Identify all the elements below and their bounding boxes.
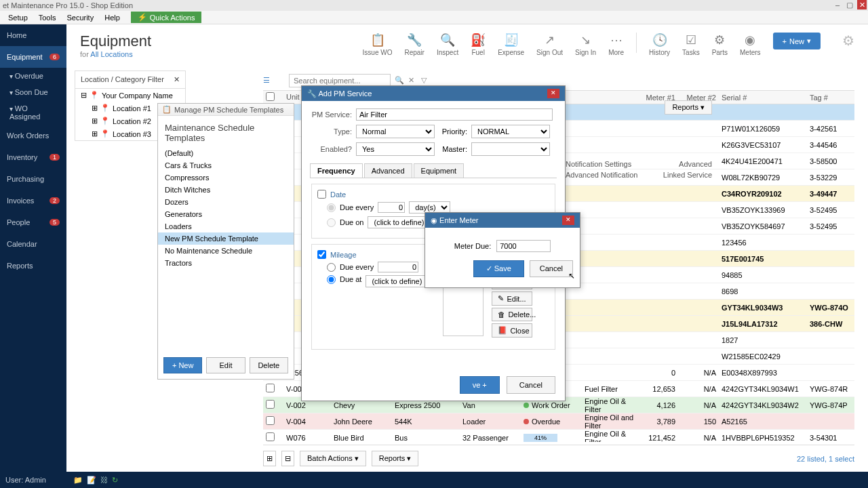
note-icon[interactable]: 📝 (87, 476, 96, 485)
repair-button[interactable]: 🔧Repair (404, 33, 424, 56)
template-item[interactable]: Generators (158, 208, 294, 220)
expand-icon[interactable]: ⊞ (263, 451, 276, 466)
due-every-input[interactable] (378, 202, 405, 213)
modal-close-button[interactable]: ✕ (547, 89, 559, 98)
folder-icon[interactable]: 📁 (73, 476, 83, 485)
template-item[interactable]: (Default) (158, 147, 294, 159)
mileage-every-input[interactable] (378, 262, 418, 272)
fuel-button[interactable]: ⛽Fuel (471, 33, 486, 56)
priority-select[interactable]: NORMAL (471, 125, 550, 138)
sidebar-people[interactable]: People5 (0, 211, 66, 233)
minimize-icon[interactable]: – (833, 0, 842, 9)
plus-icon: + (783, 37, 787, 45)
sidebar-work-orders[interactable]: Work Orders (0, 125, 66, 146)
signin-button[interactable]: ↘Sign In (575, 33, 596, 56)
template-item[interactable]: Compressors (158, 171, 294, 184)
meter-due-input[interactable] (496, 240, 551, 252)
templates-panel: 📋Manage PM Schedule Templates Maintenanc… (157, 103, 294, 380)
menu-tools[interactable]: Tools (33, 12, 62, 23)
sidebar-overdue[interactable]: ▾ Overdue (0, 68, 66, 84)
pm-save-button[interactable]: ve + (460, 376, 500, 394)
sidebar-wo-assigned[interactable]: ▾ WO Assigned (0, 100, 66, 125)
app-title: et Maintenance Pro 15.0 - Shop Edition (3, 1, 133, 9)
template-item[interactable]: Ditch Witches (158, 184, 294, 196)
expense-button[interactable]: 🧾Expense (498, 33, 524, 56)
mileage-checkbox[interactable] (317, 250, 326, 259)
issue-wo-button[interactable]: 📋Issue WO (363, 33, 393, 56)
template-item[interactable]: Cars & Trucks (158, 159, 294, 171)
sidebar-home[interactable]: Home (0, 24, 66, 46)
footer-reports-button[interactable]: Reports ▾ (372, 451, 419, 466)
gear-icon[interactable]: ⚙ (842, 33, 854, 49)
tab-equipment[interactable]: Equipment (414, 163, 465, 178)
refresh-icon[interactable]: ↻ (112, 476, 118, 485)
close-icon[interactable]: ✕ (174, 75, 180, 84)
signout-button[interactable]: ↗Sign Out (536, 33, 563, 56)
meter-cancel-button[interactable]: Cancel (530, 260, 573, 277)
select-all-checkbox[interactable] (266, 92, 275, 101)
due-every-radio[interactable] (327, 203, 336, 212)
history-button[interactable]: 🕓History (649, 33, 670, 56)
table-row[interactable]: W076Blue BirdBus32 Passenger41%Engine Oi… (263, 430, 854, 442)
template-item[interactable]: Tractors (158, 257, 294, 269)
calendar-icon: 📋 (162, 105, 172, 114)
page-title: Equipment (80, 33, 151, 50)
tree-root[interactable]: ⊟📍Your Company Name (75, 89, 185, 102)
col-serial[interactable]: Serial # (719, 94, 807, 102)
list-icon[interactable]: ☰ (263, 76, 270, 85)
template-item[interactable]: New PM Schedule Template (158, 232, 294, 245)
chain-icon[interactable]: ⛓ (100, 476, 108, 485)
template-item[interactable]: Loaders (158, 220, 294, 232)
menu-help[interactable]: Help (99, 12, 125, 23)
mileage-edit-button[interactable]: ✎Edit... (492, 291, 532, 306)
templates-delete-button[interactable]: Delete (250, 357, 288, 373)
meters-button[interactable]: ◉Meters (740, 33, 761, 56)
tab-advanced[interactable]: Advanced (364, 163, 412, 178)
template-item[interactable]: Dozers (158, 196, 294, 208)
col-tag[interactable]: Tag # (807, 94, 854, 102)
new-button[interactable]: +New▾ (773, 33, 821, 49)
maximize-icon[interactable]: ▢ (845, 0, 854, 9)
sidebar-invoices[interactable]: Invoices2 (0, 190, 66, 211)
templates-new-button[interactable]: + New (163, 357, 202, 373)
all-locations-link[interactable]: All Locations (90, 50, 132, 58)
sidebar-reports[interactable]: Reports (0, 255, 66, 277)
more-button[interactable]: ⋯More (608, 33, 624, 56)
mileage-close-button[interactable]: 📕Close (492, 323, 532, 338)
close-icon[interactable]: ✕ (408, 76, 414, 85)
quick-actions-button[interactable]: ⚡ Quick Actions (131, 12, 202, 23)
mileage-delete-button[interactable]: 🗑Delete... (492, 308, 532, 321)
meter-save-button[interactable]: ✓ Save (473, 260, 524, 277)
collapse-icon[interactable]: ⊟ (281, 451, 294, 466)
reports-dropdown[interactable]: Reports ▾ (665, 100, 712, 115)
batch-actions-button[interactable]: Batch Actions ▾ (300, 451, 366, 466)
templates-edit-button[interactable]: Edit (206, 357, 245, 373)
menu-security[interactable]: Security (61, 12, 99, 23)
tab-frequency[interactable]: Frequency (310, 163, 363, 178)
sidebar-soon-due[interactable]: ▾ Soon Due (0, 84, 66, 100)
template-item[interactable]: No Maintenance Schedule (158, 245, 294, 257)
mileage-due-every-radio[interactable] (327, 263, 336, 272)
table-row[interactable]: V-004John Deere544KLoaderOverdueEngine O… (263, 413, 854, 430)
parts-button[interactable]: ⚙Parts (712, 33, 728, 56)
sidebar-equipment[interactable]: Equipment6 (0, 46, 66, 68)
pm-service-input[interactable] (356, 108, 553, 121)
date-checkbox[interactable] (317, 190, 326, 199)
inspect-button[interactable]: 🔍Inspect (437, 33, 458, 56)
close-icon[interactable]: ✕ (857, 0, 867, 9)
due-on-radio[interactable] (327, 218, 336, 227)
master-select[interactable] (471, 142, 550, 156)
filter-icon[interactable]: ▽ (421, 76, 427, 85)
sidebar-purchasing[interactable]: Purchasing (0, 168, 66, 190)
filter-title: Location / Category Filter (81, 75, 164, 84)
type-select[interactable]: Normal (356, 125, 435, 138)
meter-close-button[interactable]: ✕ (562, 216, 574, 225)
mileage-due-at-radio[interactable] (327, 275, 336, 284)
pm-cancel-button[interactable]: Cancel (507, 376, 555, 394)
menu-setup[interactable]: Setup (3, 12, 33, 23)
sidebar-inventory[interactable]: Inventory1 (0, 146, 66, 168)
sidebar-calendar[interactable]: Calendar (0, 233, 66, 255)
enabled-select[interactable]: Yes (356, 142, 435, 156)
tasks-button[interactable]: ☑Tasks (682, 33, 700, 56)
search-icon[interactable]: 🔍 (395, 76, 404, 85)
